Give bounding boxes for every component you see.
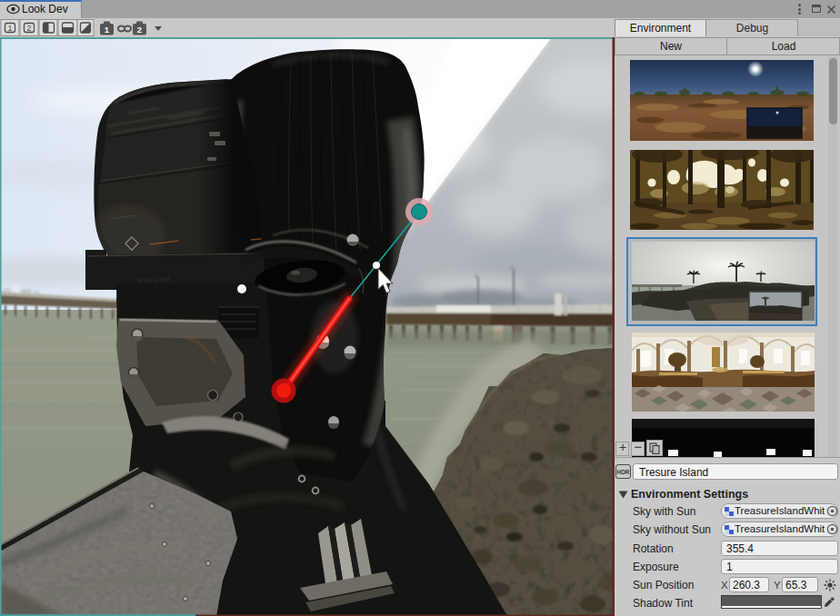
svg-text:1: 1	[105, 25, 110, 35]
svg-text:1: 1	[7, 24, 12, 33]
svg-text:2: 2	[137, 25, 142, 35]
svg-text:ASN 2778: ASN 2778	[138, 277, 170, 283]
svg-text:2: 2	[26, 24, 31, 33]
